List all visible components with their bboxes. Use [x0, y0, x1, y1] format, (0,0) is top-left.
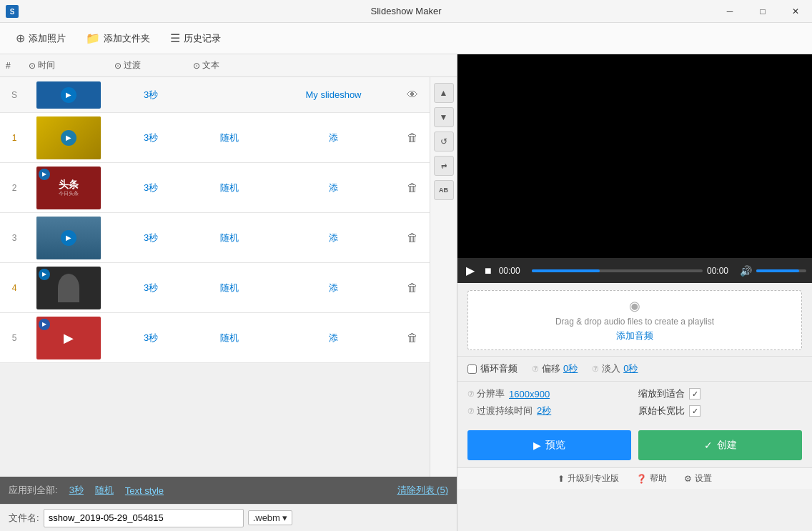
slide-transition-1[interactable]: 随机 — [190, 131, 269, 144]
ratio-setting: 原始长宽比 ✓ — [638, 405, 802, 417]
slide-time-1[interactable]: 3秒 — [112, 131, 190, 144]
offset-option: ⑦ 偏移 0秒 — [532, 362, 578, 375]
time-current: 00:00 — [499, 266, 528, 276]
preview-button[interactable]: ▶ 预览 — [467, 430, 631, 460]
loop-audio-checkbox[interactable] — [467, 364, 477, 374]
slide-text-5[interactable]: 添 — [269, 332, 398, 344]
slide-time-s[interactable]: 3秒 — [112, 89, 190, 101]
slide-text-1[interactable]: 添 — [269, 131, 398, 144]
slide-delete-1[interactable]: 🗑 — [398, 131, 427, 144]
slide-time-5[interactable]: 3秒 — [112, 332, 190, 344]
text-style-link[interactable]: Text style — [125, 485, 164, 496]
slide-trans-link-4[interactable]: 随机 — [217, 282, 242, 294]
resolution-setting: ⑦ 分辨率 1600x900 — [467, 387, 631, 400]
loop-audio-checkbox-label[interactable]: 循环音频 — [467, 362, 518, 375]
ab-button[interactable]: AB — [434, 180, 454, 200]
slide-thumb-4[interactable]: ▶ — [26, 267, 112, 309]
slide-text-3[interactable]: 添 — [269, 232, 398, 244]
add-photo-button[interactable]: ⊕ 添加照片 — [9, 28, 73, 49]
minimize-button[interactable]: ─ — [713, 0, 746, 23]
slide-text-2[interactable]: 添 — [269, 182, 398, 194]
slide-transition-3[interactable]: 随机 — [190, 232, 269, 244]
progress-bar[interactable] — [532, 269, 703, 272]
apply-transition-link[interactable]: 随机 — [95, 484, 114, 497]
slide-text-4[interactable]: 添 — [269, 282, 398, 294]
delete-button-5[interactable]: 🗑 — [407, 332, 418, 344]
slide-delete-5[interactable]: 🗑 — [398, 332, 427, 344]
slide-trans-link-3[interactable]: 随机 — [217, 232, 242, 244]
slide-text-link-s[interactable]: My slideshow — [302, 89, 364, 100]
slide-time-link-5[interactable]: 3秒 — [141, 332, 161, 344]
slide-thumb-3[interactable]: ▶ — [26, 217, 112, 259]
volume-button[interactable]: 🔊 — [740, 265, 752, 277]
apply-time-link[interactable]: 3秒 — [69, 484, 84, 497]
slide-transition-5[interactable]: 随机 — [190, 332, 269, 344]
upgrade-button[interactable]: ⬆ 升级到专业版 — [558, 472, 619, 485]
slide-time-4[interactable]: 3秒 — [112, 282, 190, 294]
slide-transition-4[interactable]: 随机 — [190, 282, 269, 294]
slide-num-4: 4 — [3, 283, 26, 293]
fade-value-link[interactable]: 0秒 — [623, 362, 638, 375]
slide-thumb-2[interactable]: 头条 今日头条 ▶ — [26, 167, 112, 209]
settings-button[interactable]: ⚙ 设置 — [684, 472, 712, 485]
clear-list-link[interactable]: 清除列表 (5) — [397, 484, 449, 497]
slide-time-link-3[interactable]: 3秒 — [141, 232, 161, 244]
volume-bar[interactable] — [756, 269, 806, 272]
audio-drop-zone[interactable]: ◉ Drag & drop audio files to create a pl… — [467, 290, 802, 350]
slide-time-link-s[interactable]: 3秒 — [141, 89, 161, 101]
slide-trans-link-5[interactable]: 随机 — [217, 332, 242, 344]
delete-button-4[interactable]: 🗑 — [407, 282, 418, 294]
slide-delete-3[interactable]: 🗑 — [398, 232, 427, 244]
slide-eye-s[interactable]: 👁 — [398, 89, 427, 101]
slide-trans-link-1[interactable]: 随机 — [217, 131, 242, 144]
slide-row-4: 4 ▶ 3秒 随机 — [0, 263, 430, 313]
offset-value-link[interactable]: 0秒 — [563, 362, 578, 375]
slide-time-link-2[interactable]: 3秒 — [141, 182, 161, 194]
slide-thumb-1[interactable]: ▶ — [26, 116, 112, 159]
transition-duration-value[interactable]: 2秒 — [537, 405, 551, 417]
slide-transition-2[interactable]: 随机 — [190, 182, 269, 194]
shuffle-button[interactable]: ⇄ — [434, 156, 454, 176]
slide-time-2[interactable]: 3秒 — [112, 182, 190, 194]
move-down-button[interactable]: ▼ — [434, 107, 454, 127]
eye-icon-s[interactable]: 👁 — [407, 89, 418, 101]
col-transition: ⊙ 过渡 — [112, 59, 190, 71]
add-audio-link[interactable]: 添加音频 — [616, 329, 653, 342]
slide-time-3[interactable]: 3秒 — [112, 232, 190, 244]
delete-button-1[interactable]: 🗑 — [407, 131, 418, 144]
fit-checkbox[interactable]: ✓ — [689, 388, 700, 400]
rotate-button[interactable]: ↺ — [434, 131, 454, 152]
slide-num-1: 1 — [3, 133, 26, 143]
fade-help-icon: ⑦ — [592, 364, 599, 374]
move-up-button[interactable]: ▲ — [434, 83, 454, 103]
add-folder-button[interactable]: 📁 添加文件夹 — [79, 28, 157, 49]
close-button[interactable]: ✕ — [779, 0, 812, 23]
slide-delete-2[interactable]: 🗑 — [398, 182, 427, 194]
filename-input[interactable] — [44, 509, 244, 527]
slide-trans-link-2[interactable]: 随机 — [217, 182, 242, 194]
slide-add-text-4[interactable]: 添 — [326, 282, 341, 294]
create-check-icon: ✓ — [704, 440, 713, 451]
slide-thumb-s[interactable]: ▶ — [26, 81, 112, 109]
slide-add-text-3[interactable]: 添 — [326, 232, 341, 244]
resolution-value-link[interactable]: 1600x900 — [509, 389, 550, 400]
create-button[interactable]: ✓ 创建 — [638, 430, 802, 460]
maximize-button[interactable]: □ — [746, 0, 779, 23]
play-button[interactable]: ▶ — [463, 262, 477, 279]
slide-thumb-5[interactable]: ▶ ▶ — [26, 317, 112, 359]
slide-time-link-4[interactable]: 3秒 — [141, 282, 161, 294]
delete-button-2[interactable]: 🗑 — [407, 182, 418, 194]
stop-button[interactable]: ■ — [482, 263, 495, 279]
help-button[interactable]: ❓ 帮助 — [636, 472, 667, 485]
delete-button-3[interactable]: 🗑 — [407, 232, 418, 244]
slide-delete-4[interactable]: 🗑 — [398, 282, 427, 294]
slide-add-text-2[interactable]: 添 — [326, 182, 341, 194]
slide-time-link-1[interactable]: 3秒 — [141, 131, 161, 144]
slide-add-text-1[interactable]: 添 — [326, 131, 341, 144]
history-icon: ☰ — [170, 31, 180, 45]
ratio-checkbox[interactable]: ✓ — [689, 405, 700, 417]
extension-dropdown[interactable]: .webm ▾ — [248, 510, 292, 525]
slide-text-s[interactable]: My slideshow — [269, 89, 398, 100]
history-button[interactable]: ☰ 历史记录 — [163, 28, 228, 49]
slide-add-text-5[interactable]: 添 — [326, 332, 341, 344]
